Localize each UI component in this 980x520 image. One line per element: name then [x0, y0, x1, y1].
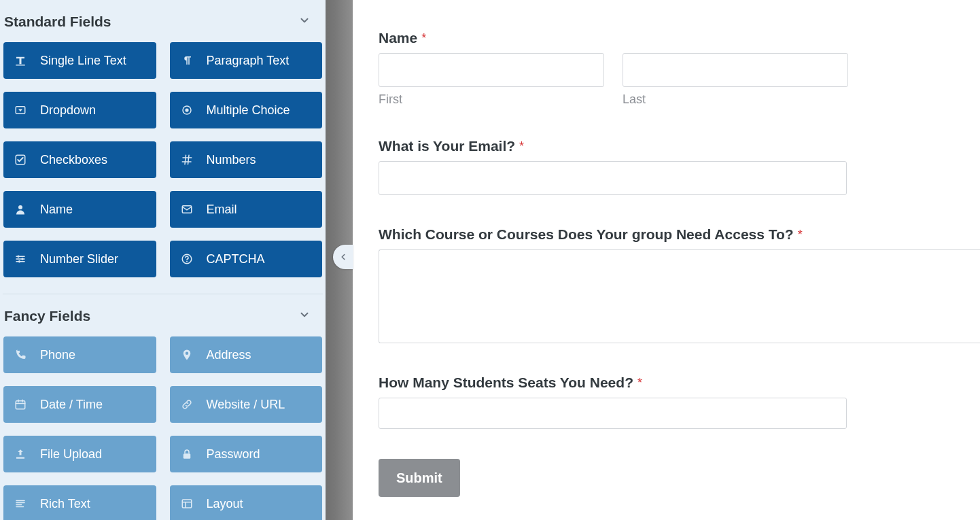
form-canvas: Name * First Last What is Your Email? * …	[353, 0, 980, 520]
submit-button[interactable]: Submit	[379, 459, 460, 497]
label-text: What is Your Email?	[379, 138, 515, 154]
first-name-sublabel: First	[379, 92, 604, 107]
form-field-seats[interactable]: How Many Students Seats You Need? *	[379, 375, 980, 429]
fancy-fields-grid: Phone Address Date / Time Website / URL …	[3, 336, 323, 520]
svg-point-12	[186, 261, 188, 262]
last-name-col: Last	[623, 53, 848, 107]
label-text: How Many Students Seats You Need?	[379, 375, 633, 391]
collapse-sidebar-handle[interactable]	[333, 245, 353, 269]
field-label: Date / Time	[40, 398, 103, 412]
calendar-icon	[13, 398, 28, 411]
svg-rect-13	[16, 401, 25, 409]
first-name-input[interactable]	[379, 53, 604, 87]
last-name-sublabel: Last	[623, 92, 848, 107]
required-marker: *	[421, 31, 426, 46]
field-label: Paragraph Text	[207, 54, 290, 68]
name-inputs-row: First Last	[379, 53, 980, 107]
section-header-fancy[interactable]: Fancy Fields	[3, 294, 323, 336]
panel-divider	[326, 0, 353, 520]
svg-point-9	[21, 258, 23, 260]
field-label: Name	[40, 203, 73, 217]
field-name[interactable]: Name	[3, 191, 156, 228]
field-paragraph-text[interactable]: Paragraph Text	[170, 42, 323, 79]
form-field-email[interactable]: What is Your Email? *	[379, 138, 980, 195]
seats-label: How Many Students Seats You Need? *	[379, 375, 980, 391]
question-icon	[179, 253, 194, 265]
courses-label: Which Course or Courses Does Your group …	[379, 226, 980, 243]
submit-label: Submit	[396, 470, 442, 486]
name-label: Name *	[379, 30, 980, 46]
field-label: Multiple Choice	[207, 103, 290, 118]
section-header-standard[interactable]: Standard Fields	[3, 0, 323, 42]
chevron-down-icon	[298, 14, 320, 30]
field-label: File Upload	[40, 447, 102, 462]
field-label: Email	[207, 203, 237, 217]
field-file-upload[interactable]: File Upload	[3, 436, 156, 472]
svg-rect-15	[182, 500, 192, 508]
field-multiple-choice[interactable]: Multiple Choice	[170, 92, 323, 128]
field-password[interactable]: Password	[170, 436, 323, 472]
field-rich-text[interactable]: Rich Text	[3, 485, 156, 520]
email-label: What is Your Email? *	[379, 138, 980, 154]
map-pin-icon	[179, 349, 194, 361]
last-name-input[interactable]	[623, 53, 848, 87]
field-dropdown[interactable]: Dropdown	[3, 92, 156, 128]
field-email[interactable]: Email	[170, 191, 323, 228]
required-marker: *	[519, 139, 524, 154]
layout-icon	[179, 498, 194, 510]
field-label: Phone	[40, 348, 75, 362]
field-label: Numbers	[207, 153, 256, 167]
field-captcha[interactable]: CAPTCHA	[170, 241, 323, 277]
envelope-icon	[179, 203, 194, 215]
field-label: Single Line Text	[40, 54, 126, 68]
field-label: Dropdown	[40, 103, 96, 118]
courses-textarea[interactable]	[379, 249, 980, 343]
checkbox-icon	[13, 154, 28, 166]
field-phone[interactable]: Phone	[3, 336, 156, 373]
form-field-name[interactable]: Name * First Last	[379, 30, 980, 107]
dropdown-icon	[13, 104, 28, 116]
svg-point-6	[18, 205, 22, 209]
fields-sidebar: Standard Fields Single Line Text Paragra…	[0, 0, 326, 520]
field-single-line-text[interactable]: Single Line Text	[3, 42, 156, 79]
field-label: Password	[207, 447, 260, 462]
field-label: Website / URL	[207, 398, 285, 412]
field-label: Address	[207, 348, 251, 362]
svg-point-8	[17, 256, 19, 258]
svg-point-4	[185, 108, 188, 111]
text-line-icon	[13, 54, 28, 67]
field-label: Layout	[207, 497, 243, 511]
field-checkboxes[interactable]: Checkboxes	[3, 141, 156, 178]
paragraph-icon	[179, 54, 194, 67]
field-label: Rich Text	[40, 497, 90, 511]
field-numbers[interactable]: Numbers	[170, 141, 323, 178]
field-number-slider[interactable]: Number Slider	[3, 241, 156, 277]
field-address[interactable]: Address	[170, 336, 323, 373]
link-icon	[179, 398, 194, 411]
required-marker: *	[798, 228, 803, 242]
section-title: Standard Fields	[4, 14, 111, 30]
first-name-col: First	[379, 53, 604, 107]
svg-rect-0	[16, 65, 25, 66]
phone-icon	[13, 349, 28, 361]
form-field-courses[interactable]: Which Course or Courses Does Your group …	[379, 226, 980, 343]
sliders-icon	[13, 253, 28, 265]
svg-point-10	[18, 260, 20, 262]
field-date-time[interactable]: Date / Time	[3, 386, 156, 423]
email-input[interactable]	[379, 161, 847, 195]
section-fancy-fields: Fancy Fields Phone Address Date / Time W…	[3, 294, 323, 520]
field-label: Number Slider	[40, 252, 118, 266]
required-marker: *	[637, 376, 642, 390]
field-label: CAPTCHA	[207, 252, 265, 266]
svg-rect-14	[183, 453, 190, 459]
standard-fields-grid: Single Line Text Paragraph Text Dropdown…	[3, 42, 323, 291]
lock-icon	[179, 448, 194, 460]
chevron-down-icon	[298, 309, 320, 324]
field-label: Checkboxes	[40, 153, 107, 167]
radio-icon	[179, 104, 194, 116]
seats-input[interactable]	[379, 398, 847, 429]
field-layout[interactable]: Layout	[170, 485, 323, 520]
section-standard-fields: Standard Fields Single Line Text Paragra…	[3, 0, 323, 294]
field-website-url[interactable]: Website / URL	[170, 386, 323, 423]
richtext-icon	[13, 498, 28, 510]
